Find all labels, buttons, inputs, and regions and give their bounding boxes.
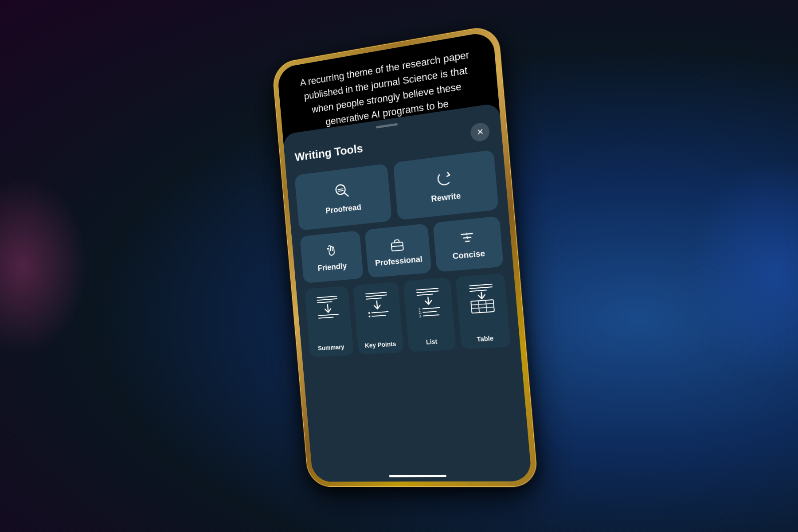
svg-line-21: [376, 301, 377, 308]
svg-line-43: [478, 301, 479, 313]
svg-line-38: [470, 290, 486, 291]
svg-line-6: [391, 245, 403, 246]
svg-line-29: [428, 297, 428, 303]
svg-line-16: [318, 314, 338, 316]
drag-handle[interactable]: [376, 123, 398, 129]
svg-line-37: [469, 287, 492, 289]
svg-line-20: [366, 298, 381, 299]
summary-button[interactable]: Summary: [305, 286, 354, 357]
svg-line-41: [471, 303, 493, 305]
concise-icon: [458, 228, 476, 246]
svg-line-15: [327, 305, 328, 311]
home-indicator: [389, 475, 446, 477]
phone-frame: A recurring theme of the research paper …: [272, 24, 538, 487]
svg-line-27: [417, 291, 438, 293]
phone-screen: A recurring theme of the research paper …: [277, 31, 532, 482]
rewrite-label: Rewrite: [431, 191, 462, 204]
svg-line-17: [319, 317, 333, 318]
svg-point-24: [368, 316, 370, 317]
svg-line-13: [317, 299, 337, 300]
glow-left: [0, 177, 89, 355]
svg-line-44: [485, 300, 486, 312]
svg-line-11: [467, 236, 467, 239]
professional-button[interactable]: Professional: [364, 223, 432, 278]
rewrite-icon: [434, 168, 454, 188]
svg-line-12: [317, 296, 337, 297]
list-icon: 1. 2. 3.: [412, 284, 445, 318]
svg-line-33: [423, 311, 436, 312]
friendly-button[interactable]: Friendly: [300, 231, 364, 283]
svg-line-28: [417, 294, 432, 296]
rewrite-button[interactable]: Rewrite: [393, 150, 499, 220]
proofread-button[interactable]: Proofread: [294, 164, 392, 231]
svg-line-19: [366, 295, 386, 297]
svg-line-42: [471, 307, 493, 309]
svg-line-14: [317, 302, 332, 303]
svg-point-22: [368, 312, 370, 314]
phone-wrapper: A recurring theme of the research paper …: [272, 24, 538, 487]
key-points-icon: [361, 289, 393, 322]
top-tools-row: Proofread Rewrite: [294, 150, 499, 231]
svg-line-39: [481, 292, 481, 297]
concise-button[interactable]: Concise: [433, 216, 504, 272]
svg-rect-40: [471, 300, 494, 313]
proofread-label: Proofread: [325, 202, 361, 215]
svg-line-25: [372, 315, 386, 316]
summary-icon: [313, 293, 343, 325]
writing-tools-panel: Writing Tools ✕: [283, 103, 532, 482]
svg-line-3: [338, 190, 343, 191]
svg-line-31: [422, 308, 439, 309]
key-points-button[interactable]: Key Points: [353, 282, 404, 355]
svg-line-23: [372, 312, 388, 313]
proofread-icon: [332, 181, 351, 200]
bottom-tools-row: Summary: [305, 273, 511, 357]
svg-line-2: [338, 189, 343, 189]
summary-label: Summary: [316, 339, 347, 357]
concise-label: Concise: [452, 249, 485, 261]
professional-label: Professional: [375, 254, 422, 268]
svg-line-10: [467, 232, 467, 235]
professional-icon: [388, 235, 406, 253]
friendly-icon: [323, 242, 339, 259]
key-points-label: Key Points: [363, 336, 399, 354]
list-button[interactable]: 1. 2. 3. List: [403, 278, 456, 352]
svg-text:3.: 3.: [419, 314, 422, 319]
table-icon: [464, 280, 499, 315]
svg-line-35: [423, 315, 438, 316]
svg-line-18: [366, 292, 386, 294]
svg-line-9: [466, 241, 469, 241]
friendly-label: Friendly: [317, 261, 347, 273]
list-label: List: [424, 333, 440, 351]
scene: A recurring theme of the research paper …: [0, 0, 798, 532]
table-button[interactable]: Table: [455, 273, 511, 349]
close-icon: ✕: [476, 126, 484, 137]
table-label: Table: [474, 330, 496, 348]
svg-line-26: [416, 288, 438, 290]
svg-point-4: [437, 171, 451, 185]
close-button[interactable]: ✕: [470, 121, 490, 142]
panel-title: Writing Tools: [294, 141, 364, 164]
svg-line-36: [469, 284, 492, 286]
svg-line-1: [344, 192, 348, 196]
glow-right: [687, 160, 798, 381]
